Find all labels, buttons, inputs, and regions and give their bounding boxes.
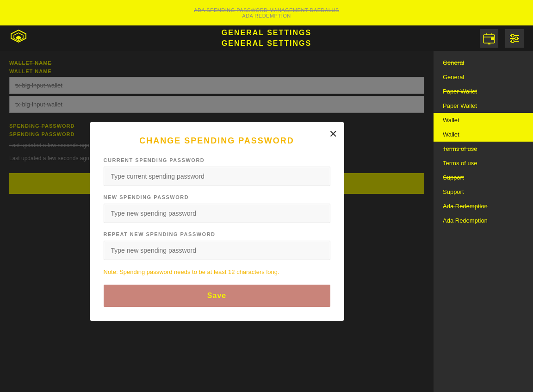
sidebar-item-general-strikethrough[interactable]: General bbox=[434, 56, 533, 70]
modal-close-button[interactable]: ✕ bbox=[329, 129, 337, 139]
repeat-password-input[interactable] bbox=[104, 241, 330, 260]
sidebar-item-paperwallet[interactable]: Paper Wallet bbox=[434, 99, 533, 113]
new-password-label: NEW SPENDING PASSWORD bbox=[104, 194, 330, 200]
header-icons bbox=[480, 29, 524, 48]
header-title-line1: GENERAL SETTINGS bbox=[222, 28, 311, 38]
wallet-icon-button[interactable] bbox=[480, 29, 498, 48]
header-title-line2: GENERAL SETTINGS bbox=[222, 38, 311, 49]
modal-save-button[interactable]: Save bbox=[104, 285, 330, 307]
svg-marker-2 bbox=[16, 36, 21, 40]
top-banner-line1: ADA SPENDING PASSWORD MANAGEMENT DAEDALU… bbox=[194, 7, 339, 13]
settings-icon bbox=[508, 32, 521, 45]
sidebar: General General Paper Wallet Paper Walle… bbox=[434, 51, 533, 392]
sidebar-item-wallet-active2[interactable]: Wallet bbox=[434, 127, 533, 142]
sidebar-item-termsofuse[interactable]: Terms of use bbox=[434, 156, 533, 170]
main-layout: WALLET NAME WALLET NAME SPENDING PASSWOR… bbox=[0, 51, 533, 392]
header-title: GENERAL SETTINGS GENERAL SETTINGS bbox=[222, 28, 311, 49]
change-password-modal: ✕ CHANGE SPENDING PASSWORD CURRENT SPEND… bbox=[90, 122, 344, 321]
current-password-label: CURRENT SPENDING PASSWORD bbox=[104, 157, 330, 163]
svg-point-15 bbox=[511, 40, 514, 43]
modal-note: Note: Spending password needs to be at l… bbox=[104, 268, 330, 275]
sidebar-item-termsofuse-strikethrough[interactable]: Terms of use bbox=[434, 142, 533, 156]
sidebar-item-paperwallet-strikethrough[interactable]: Paper Wallet bbox=[434, 84, 533, 99]
top-banner-line2: ADA REDEMPTION bbox=[242, 13, 291, 19]
sidebar-item-support-strikethrough[interactable]: Support bbox=[434, 170, 533, 185]
svg-point-13 bbox=[511, 34, 514, 37]
content-area: WALLET NAME WALLET NAME SPENDING PASSWOR… bbox=[0, 51, 434, 392]
modal-title: CHANGE SPENDING PASSWORD bbox=[104, 136, 330, 146]
new-password-input[interactable] bbox=[104, 204, 330, 223]
sidebar-item-wallet-active1[interactable]: Wallet bbox=[434, 113, 533, 127]
logo bbox=[9, 29, 28, 48]
current-password-input[interactable] bbox=[104, 167, 330, 186]
top-banner: ADA SPENDING PASSWORD MANAGEMENT DAEDALU… bbox=[0, 0, 533, 25]
sidebar-item-adaredemption-strikethrough[interactable]: Ada Redemption bbox=[434, 199, 533, 213]
sidebar-item-support[interactable]: Support bbox=[434, 185, 533, 199]
svg-rect-4 bbox=[491, 37, 494, 40]
logo-icon bbox=[9, 29, 28, 48]
sidebar-item-adaredemption[interactable]: Ada Redemption bbox=[434, 213, 533, 228]
sidebar-item-general[interactable]: General bbox=[434, 70, 533, 84]
wallet-icon bbox=[483, 32, 496, 45]
modal-overlay: ✕ CHANGE SPENDING PASSWORD CURRENT SPEND… bbox=[0, 51, 434, 392]
svg-point-14 bbox=[515, 37, 518, 40]
repeat-password-label: REPEAT NEW SPENDING PASSWORD bbox=[104, 231, 330, 237]
header: GENERAL SETTINGS GENERAL SETTINGS bbox=[0, 25, 533, 51]
settings-icon-button[interactable] bbox=[505, 29, 524, 48]
